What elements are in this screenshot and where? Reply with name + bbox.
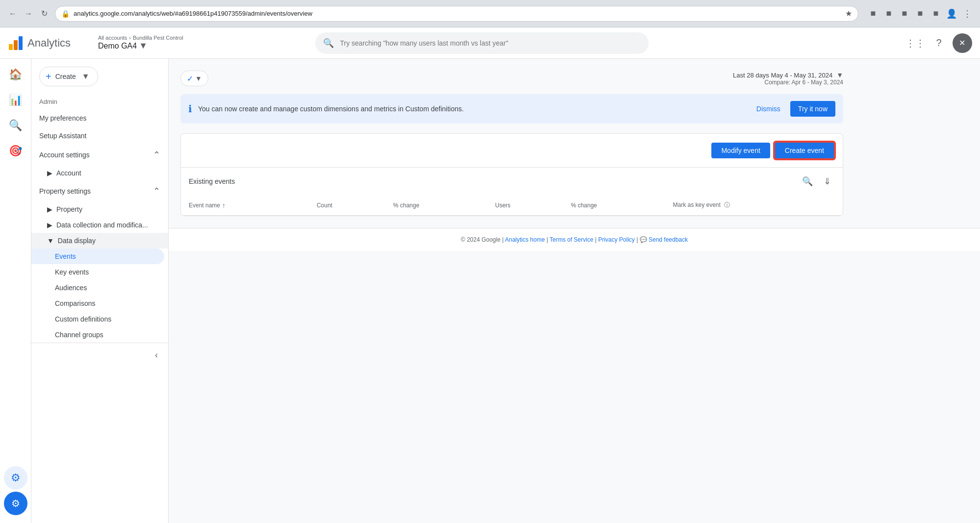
- profile-avatar-button[interactable]: 👤: [945, 7, 958, 21]
- breadcrumb-parent[interactable]: All accounts: [98, 35, 127, 41]
- apps-button[interactable]: ⋮⋮: [905, 33, 925, 53]
- property-expand-icon: ▶: [47, 205, 52, 213]
- nav-item-comparisons[interactable]: Comparisons: [31, 296, 168, 311]
- browser-menu-button[interactable]: ⋮: [960, 7, 974, 21]
- nav-item-audiences[interactable]: Audiences: [31, 280, 168, 296]
- property-settings-collapse-icon: ⌃: [153, 186, 160, 197]
- compare-label: Compare: Apr 6 - May 3, 2024: [764, 79, 843, 86]
- try-now-button[interactable]: Try it now: [790, 101, 835, 117]
- sidebar-icon-home[interactable]: 🏠: [4, 63, 27, 86]
- breadcrumb-account[interactable]: Bundilla Pest Control: [133, 35, 183, 41]
- url-text: analytics.google.com/analytics/web/#a691…: [74, 10, 841, 17]
- analytics-logo-icon: [8, 35, 24, 51]
- search-input[interactable]: [340, 39, 641, 47]
- collapse-nav-button[interactable]: ‹: [149, 347, 164, 363]
- account-settings-section[interactable]: Account settings ⌃: [31, 145, 168, 165]
- extension-icon-4[interactable]: ■: [913, 7, 927, 21]
- users-header-text: Users: [495, 202, 510, 209]
- nav-item-setup-assistant[interactable]: Setup Assistant: [31, 127, 168, 145]
- dismiss-button[interactable]: Dismiss: [753, 105, 784, 113]
- plus-icon: +: [46, 71, 51, 82]
- left-nav: + Create ▼ Admin My preferences Setup As…: [31, 59, 169, 523]
- th-event-name[interactable]: Event name ↑: [181, 195, 309, 216]
- footer: © 2024 Google | Analytics home | Terms o…: [169, 228, 980, 251]
- nav-item-events[interactable]: Events: [31, 249, 164, 264]
- create-button[interactable]: + Create ▼: [39, 67, 98, 86]
- events-label: Events: [55, 252, 76, 260]
- home-icon: 🏠: [9, 68, 22, 81]
- nav-item-property[interactable]: ▶ Property: [31, 201, 168, 217]
- count-change-header-text: % change: [393, 202, 419, 209]
- filter-dropdown-icon: ▼: [195, 75, 202, 82]
- search-icon: 🔍: [323, 38, 334, 49]
- sidebar-icon-admin[interactable]: ⚙: [4, 466, 27, 490]
- main-content: ✓ ▼ Last 28 days May 4 - May 31, 2024 ▼ …: [169, 59, 980, 523]
- th-users-change: % change: [563, 195, 665, 216]
- star-icon[interactable]: ★: [845, 9, 852, 18]
- extension-icon-3[interactable]: ■: [898, 7, 911, 21]
- footer-privacy-link[interactable]: Privacy Policy: [598, 236, 635, 243]
- extension-icon-2[interactable]: ■: [882, 7, 896, 21]
- nav-item-channel-groups[interactable]: Channel groups: [31, 327, 168, 343]
- settings-icon-button[interactable]: ⚙: [4, 492, 27, 515]
- bar-chart-icon: 📊: [9, 94, 22, 106]
- extension-icon-5[interactable]: ■: [929, 7, 943, 21]
- footer-feedback-link[interactable]: Send feedback: [649, 236, 688, 243]
- data-display-label: Data display: [58, 237, 96, 245]
- reload-button[interactable]: ↻: [37, 7, 51, 21]
- events-actions: 🔍 ⇓: [800, 174, 835, 189]
- sidebar-icon-explore[interactable]: 🔍: [4, 114, 27, 137]
- address-bar[interactable]: 🔒 analytics.google.com/analytics/web/#a6…: [55, 6, 858, 22]
- back-button[interactable]: ←: [6, 7, 20, 21]
- breadcrumb-area: All accounts › Bundilla Pest Control Dem…: [98, 35, 183, 51]
- date-range-dropdown-icon[interactable]: ▼: [836, 71, 843, 79]
- nav-item-key-events[interactable]: Key events: [31, 264, 168, 280]
- date-range-label: Last 28 days May 4 - May 31, 2024: [733, 72, 832, 79]
- gear-icon: ⚙: [11, 498, 20, 509]
- account-settings-collapse-icon: ⌃: [153, 149, 160, 160]
- download-icon: ⇓: [824, 176, 831, 187]
- footer-terms-link[interactable]: Terms of Service: [550, 236, 593, 243]
- modify-event-button[interactable]: Modify event: [711, 143, 770, 158]
- extension-icon-1[interactable]: ■: [866, 7, 880, 21]
- property-settings-section[interactable]: Property settings ⌃: [31, 181, 168, 201]
- property-name: Demo GA4: [98, 42, 137, 50]
- create-label: Create: [55, 73, 76, 80]
- account-settings-label: Account settings: [39, 151, 90, 159]
- admin-section-label: Admin: [31, 94, 168, 109]
- data-collection-expand-icon: ▶: [47, 221, 52, 229]
- create-event-button[interactable]: Create event: [774, 142, 835, 159]
- create-dropdown-icon: ▼: [82, 72, 90, 81]
- sidebar-icon-reports[interactable]: 📊: [4, 88, 27, 112]
- top-bar-actions: ⋮⋮ ? ✕: [905, 33, 972, 53]
- search-bar[interactable]: 🔍: [315, 32, 649, 54]
- nav-item-my-preferences[interactable]: My preferences: [31, 109, 168, 127]
- key-event-info-icon[interactable]: ⓘ: [724, 201, 730, 208]
- footer-analytics-home-link[interactable]: Analytics home: [505, 236, 545, 243]
- help-button[interactable]: ?: [929, 33, 949, 53]
- browser-chrome: ← → ↻ 🔒 analytics.google.com/analytics/w…: [0, 0, 980, 27]
- search-table-icon: 🔍: [802, 176, 813, 187]
- breadcrumb-top: All accounts › Bundilla Pest Control: [98, 35, 183, 41]
- browser-extension-icons: ■ ■ ■ ■ ■ 👤 ⋮: [866, 7, 974, 21]
- dropdown-arrow-icon: ▼: [139, 41, 148, 51]
- sidebar-icon-advertising[interactable]: 🎯: [4, 139, 27, 163]
- svg-rect-2: [19, 36, 23, 50]
- comparisons-label: Comparisons: [55, 299, 95, 307]
- breadcrumb-main[interactable]: Demo GA4 ▼: [98, 41, 183, 51]
- forward-button[interactable]: →: [22, 7, 35, 21]
- close-button[interactable]: ✕: [953, 33, 972, 53]
- download-events-button[interactable]: ⇓: [819, 174, 835, 189]
- nav-item-account[interactable]: ▶ Account: [31, 165, 168, 181]
- filter-chip[interactable]: ✓ ▼: [180, 71, 208, 86]
- sidebar-icon-strip: 🏠 📊 🔍 🎯 ⚙ ⚙: [0, 59, 31, 523]
- nav-item-data-display[interactable]: ▼ Data display: [31, 233, 168, 249]
- nav-item-data-collection[interactable]: ▶ Data collection and modifica...: [31, 217, 168, 233]
- events-card: Modify event Create event Existing event…: [180, 133, 843, 216]
- data-display-collapse-icon: ▼: [47, 237, 54, 245]
- date-range-display: Last 28 days May 4 - May 31, 2024 ▼ Comp…: [733, 71, 843, 86]
- search-events-button[interactable]: 🔍: [800, 174, 815, 189]
- sort-icon: ↑: [222, 201, 226, 209]
- nav-item-custom-definitions[interactable]: Custom definitions: [31, 311, 168, 327]
- breadcrumb-separator: ›: [129, 35, 131, 41]
